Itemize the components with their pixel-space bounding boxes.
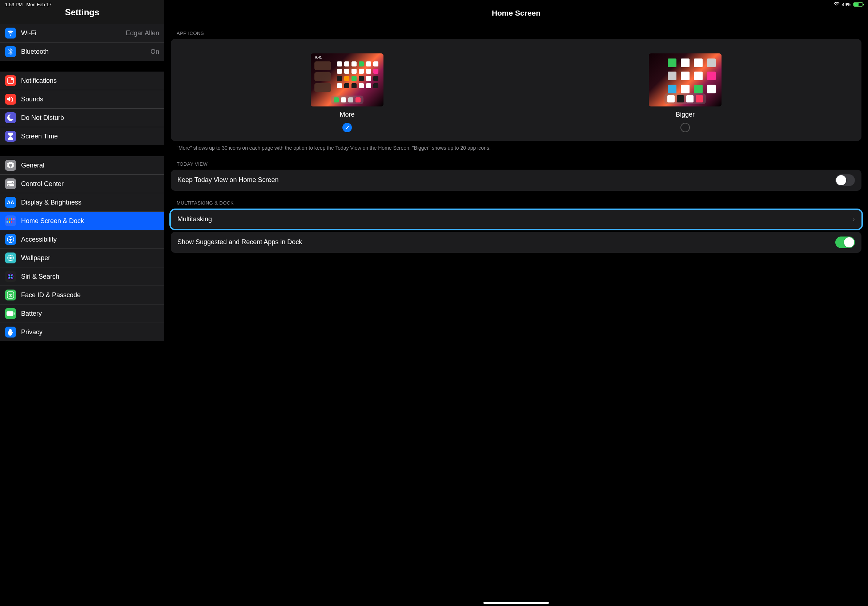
svg-point-26 xyxy=(9,294,10,295)
svg-rect-8 xyxy=(11,218,12,220)
sidebar-item-label: Display & Brightness xyxy=(21,199,159,206)
status-bar: 1:53 PM Mon Feb 17 49% xyxy=(0,0,478,9)
section-header-today: TODAY VIEW xyxy=(164,161,478,170)
svg-point-17 xyxy=(9,257,12,259)
appicons-card: 9:41 More xyxy=(171,39,478,141)
hand-icon xyxy=(5,327,16,334)
today-card: Keep Today View on Home Screen xyxy=(171,170,478,191)
svg-rect-11 xyxy=(9,221,10,223)
bluetooth-value: On xyxy=(150,48,159,56)
sidebar-item-label: Accessibility xyxy=(21,236,159,243)
sounds-icon xyxy=(5,94,16,105)
svg-point-27 xyxy=(11,294,12,295)
svg-rect-6 xyxy=(6,218,8,220)
sidebar-item-faceid[interactable]: Face ID & Passcode xyxy=(0,286,164,305)
sidebar-item-accessibility[interactable]: Accessibility xyxy=(0,230,164,249)
section-header-multitasking: MULTITASKING & DOCK xyxy=(164,200,478,209)
highlight-multitasking: Multitasking › xyxy=(169,209,478,230)
row-label: Show Suggested and Recent Apps in Dock xyxy=(177,238,478,246)
svg-point-18 xyxy=(10,255,11,256)
sidebar-item-label: Wallpaper xyxy=(21,254,159,262)
sidebar-item-siri[interactable]: Siri & Search xyxy=(0,267,164,286)
svg-point-5 xyxy=(8,185,9,186)
svg-point-19 xyxy=(12,258,13,258)
row-multitasking[interactable]: Multitasking › xyxy=(171,210,478,229)
sidebar-item-label: Siri & Search xyxy=(21,273,159,280)
row-label: Multitasking xyxy=(177,215,478,223)
svg-point-21 xyxy=(8,258,9,258)
svg-rect-12 xyxy=(11,221,12,223)
svg-rect-9 xyxy=(13,218,14,220)
row-suggested-apps[interactable]: Show Suggested and Recent Apps in Dock xyxy=(171,232,478,253)
display-icon: AA xyxy=(5,197,16,208)
svg-point-3 xyxy=(12,182,13,183)
svg-point-1 xyxy=(11,78,13,80)
sidebar-item-battery[interactable]: Battery xyxy=(0,305,164,323)
suggested-card: Show Suggested and Recent Apps in Dock xyxy=(171,232,478,253)
hourglass-icon xyxy=(5,131,16,142)
accessibility-icon xyxy=(5,234,16,245)
sidebar-item-label: Bluetooth xyxy=(21,48,150,56)
sidebar-item-label: Do Not Disturb xyxy=(21,114,159,122)
sidebar-item-control-center[interactable]: Control Center xyxy=(0,175,164,193)
sidebar-item-screentime[interactable]: Screen Time xyxy=(0,127,164,145)
section-header-appicons: APP ICONS xyxy=(164,31,478,39)
svg-rect-29 xyxy=(14,312,14,315)
sidebar-item-label: Wi-Fi xyxy=(21,29,126,37)
gear-icon xyxy=(5,160,16,171)
settings-sidebar: Settings Wi-Fi Edgar Allen Bluetooth On … xyxy=(0,0,164,334)
sidebar-item-general[interactable]: General xyxy=(0,156,164,175)
radio-more[interactable] xyxy=(343,123,352,132)
option-more[interactable]: 9:41 More xyxy=(311,53,383,132)
content-pane: Home Screen APP ICONS 9:41 More xyxy=(164,0,478,334)
sidebar-item-display[interactable]: AA Display & Brightness xyxy=(0,193,164,212)
faceid-icon xyxy=(5,289,16,300)
sidebar-item-label: Sounds xyxy=(21,96,159,103)
moon-icon xyxy=(5,112,16,123)
svg-point-20 xyxy=(10,260,11,260)
sidebar-item-label: Home Screen & Dock xyxy=(21,217,159,225)
control-center-icon xyxy=(5,178,16,189)
preview-more: 9:41 xyxy=(311,53,383,107)
appicons-footer: "More" shows up to 30 icons on each page… xyxy=(164,141,478,161)
siri-icon xyxy=(5,271,16,282)
home-screen-icon xyxy=(5,215,16,226)
sidebar-item-label: Battery xyxy=(21,310,159,317)
svg-rect-28 xyxy=(6,311,14,316)
sidebar-item-label: Control Center xyxy=(21,180,159,188)
option-label: More xyxy=(339,111,354,118)
wallpaper-icon xyxy=(5,252,16,263)
status-date: Mon Feb 17 xyxy=(26,2,51,7)
sidebar-item-label: Notifications xyxy=(21,77,159,85)
svg-rect-13 xyxy=(13,221,14,223)
sidebar-item-label: General xyxy=(21,162,159,169)
sidebar-item-sounds[interactable]: Sounds xyxy=(0,90,164,109)
sidebar-item-privacy[interactable]: Privacy xyxy=(0,323,164,334)
svg-rect-10 xyxy=(6,221,8,223)
status-time: 1:53 PM xyxy=(5,2,23,7)
sidebar-item-label: Screen Time xyxy=(21,133,159,140)
sidebar-item-label: Face ID & Passcode xyxy=(21,291,159,299)
sidebar-item-notifications[interactable]: Notifications xyxy=(0,71,164,90)
sidebar-item-label: Privacy xyxy=(21,328,159,334)
svg-rect-7 xyxy=(9,218,10,220)
sidebar-item-wifi[interactable]: Wi-Fi Edgar Allen xyxy=(0,24,164,43)
row-keep-today[interactable]: Keep Today View on Home Screen xyxy=(171,170,478,191)
battery-icon xyxy=(5,308,16,319)
sidebar-item-bluetooth[interactable]: Bluetooth On xyxy=(0,43,164,61)
wifi-value: Edgar Allen xyxy=(126,29,159,37)
sidebar-item-dnd[interactable]: Do Not Disturb xyxy=(0,109,164,127)
wifi-icon xyxy=(5,28,16,39)
row-label: Keep Today View on Home Screen xyxy=(177,176,478,184)
svg-point-15 xyxy=(10,237,11,238)
bluetooth-icon xyxy=(5,46,16,57)
sidebar-item-home-screen[interactable]: Home Screen & Dock xyxy=(0,212,164,230)
notifications-icon xyxy=(5,75,16,86)
sidebar-item-wallpaper[interactable]: Wallpaper xyxy=(0,249,164,267)
